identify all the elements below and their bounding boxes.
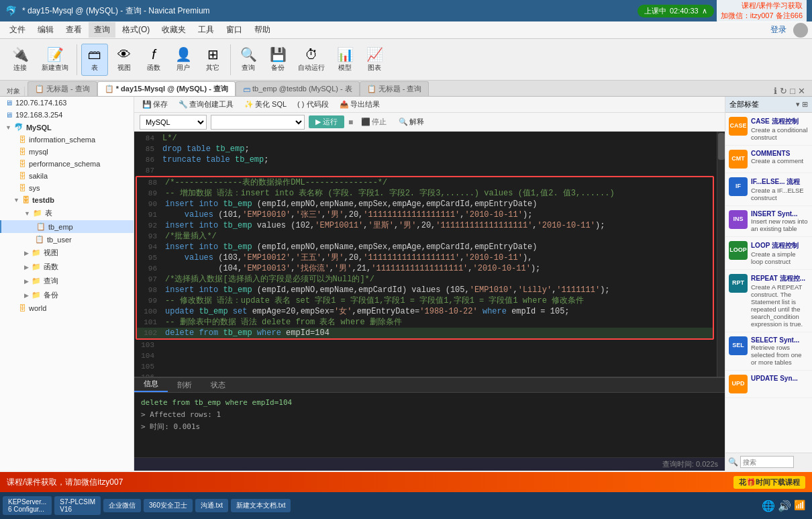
user-avatar[interactable] (793, 23, 808, 38)
menu-view[interactable]: 查看 (60, 22, 87, 38)
refresh-icon[interactable]: ↻ (780, 86, 787, 96)
bottom-tab-profiling[interactable]: 剖析 (168, 378, 201, 392)
scroll-handle[interactable] (718, 133, 725, 160)
tool-schedule[interactable]: ⏱ 自动运行 (294, 44, 329, 75)
sidebar: 🖥 120.76.174.163 🖥 192.168.3.254 ▼ 🐬 MyS… (0, 97, 134, 471)
bottom-tab-status[interactable]: 状态 (201, 378, 235, 392)
menu-edit[interactable]: 编辑 (32, 22, 59, 38)
menu-favorites[interactable]: 收藏夹 (156, 22, 191, 38)
tool-table[interactable]: 🗃 表 (81, 44, 108, 76)
task-btn-chat[interactable]: 沟通.txt (195, 499, 228, 512)
tool-other[interactable]: ⊞ 其它 (199, 44, 226, 75)
tab-untitled1[interactable]: 📋 无标题 - 查询 (28, 81, 97, 96)
tool-user[interactable]: 👤 用户 (170, 44, 197, 75)
sidebar-item-functions[interactable]: ▶ 📁 函数 (0, 260, 134, 274)
db-icon: 🐬 (14, 123, 23, 132)
code-editor[interactable]: 84 L*/ 85 drop table tb_emp; 86 truncate… (134, 132, 725, 377)
tab-untitled2[interactable]: 📋 无标题 - 查询 (360, 81, 429, 96)
sidebar-item-tb-user[interactable]: 📋 tb_user (0, 233, 134, 246)
right-panel-item-repeat[interactable]: RPT REPEAT 流程控... Create A REPEAT constr… (725, 270, 812, 332)
db-selector[interactable]: MySQL (140, 115, 207, 130)
save-button[interactable]: 💾 保存 (140, 99, 170, 110)
menu-tools[interactable]: 工具 (193, 22, 219, 38)
right-search-input[interactable] (740, 456, 794, 468)
info-icon[interactable]: ℹ (774, 86, 777, 96)
explain-button[interactable]: 🔍 解释 (395, 115, 428, 128)
stop-button[interactable]: ⬛ 停止 (357, 115, 391, 128)
panel-dropdown-icon[interactable]: ▾ (796, 100, 800, 109)
tool-new-query[interactable]: 📝 新建查询 (38, 44, 72, 75)
caret-down-icon2: ▼ (13, 197, 19, 203)
query-builder-button[interactable]: 🔧 查询创建工具 (176, 99, 236, 110)
tool-view[interactable]: 👁 视图 (111, 44, 138, 75)
sidebar-item-sys[interactable]: 🗄 sys (0, 182, 134, 194)
sidebar-item-backups[interactable]: ▶ 📁 备份 (0, 288, 134, 302)
sidebar-item-perf-schema[interactable]: 🗄 performance_schema (0, 158, 134, 170)
right-panel-item-update[interactable]: UPD UPDATE Syn... (725, 371, 812, 398)
tool-function[interactable]: f 函数 (140, 44, 167, 75)
right-panel-item-case[interactable]: CASE CASE 流程控制 Create a conditional cons… (725, 113, 812, 146)
beautify-icon: ✨ (244, 100, 254, 109)
sidebar-item-server2[interactable]: 🖥 192.168.3.254 (0, 109, 134, 121)
task-btn-wechat[interactable]: 企业微信 (103, 499, 141, 512)
menu-file[interactable]: 文件 (4, 22, 31, 38)
db-icon2: 🗄 (22, 196, 30, 204)
menu-query[interactable]: 查询 (89, 22, 115, 38)
sidebar-item-world[interactable]: 🗄 world (0, 302, 134, 314)
task-btn-txt[interactable]: 新建文本文档.txt (231, 499, 291, 512)
app-icon: 🐬 (5, 5, 17, 16)
snippet-button[interactable]: ( ) 代码段 (295, 99, 331, 110)
code-line-88: 88 /*--------------表的数据操作DML------------… (137, 177, 713, 188)
run-button[interactable]: ▶ 运行 (309, 115, 344, 128)
expand-icon[interactable]: □ (790, 86, 795, 96)
tool-connect[interactable]: 🔌 连接 (5, 44, 35, 75)
menu-help[interactable]: 帮助 (249, 22, 276, 38)
tool-backup[interactable]: 💾 备份 (264, 44, 291, 75)
beautify-button[interactable]: ✨ 美化 SQL (242, 99, 289, 110)
sidebar-item-server1[interactable]: 🖥 120.76.174.163 (0, 97, 134, 109)
task-btn-s7[interactable]: S7-PLCSIMV16 (54, 496, 101, 515)
code-line-106: 106 (134, 372, 715, 377)
loop-title: LOOP 流程控制 (751, 241, 809, 250)
sidebar-item-tb-emp[interactable]: 📋 tb_emp (0, 220, 134, 233)
tab-table[interactable]: 🗃 tb_emp @testdb (MySQL) - 表 (236, 81, 360, 96)
ifelse-title: IF...ELSE... 流程 (751, 177, 809, 187)
sidebar-item-mysql-db[interactable]: 🗄 mysql (0, 146, 134, 158)
taskbar-icon2[interactable]: 🔊 (778, 500, 791, 512)
tool-chart[interactable]: 📈 图表 (361, 44, 388, 75)
sidebar-item-sakila[interactable]: 🗄 sakila (0, 170, 134, 182)
panel-expand-icon[interactable]: ⊞ (802, 100, 808, 109)
right-panel-item-insert[interactable]: INS INSERT Synt... Insert new rows into … (725, 206, 812, 237)
notification-right[interactable]: 花🎁时间下载课程 (733, 476, 805, 489)
close-icon[interactable]: ✕ (798, 86, 805, 96)
right-panel-item-loop[interactable]: LOOP LOOP 流程控制 Create a simple loop cons… (725, 237, 812, 270)
bottom-tab-info[interactable]: 信息 (134, 377, 168, 392)
sidebar-item-queries[interactable]: ▶ 📁 查询 (0, 274, 134, 288)
sidebar-item-info-schema[interactable]: 🗄 information_schema (0, 134, 134, 146)
timer-display: 上课中 02:40:33 ∧ (638, 5, 714, 17)
task-btn-kep[interactable]: KEPServer...6 Configur... (3, 496, 52, 515)
sidebar-item-tables-folder[interactable]: ▼ 📁 表 (0, 206, 134, 220)
menu-format[interactable]: 格式(O) (117, 22, 155, 38)
sidebar-item-views[interactable]: ▶ 📁 视图 (0, 246, 134, 260)
task-btn-360[interactable]: 360安全卫士 (144, 499, 193, 512)
tool-search[interactable]: 🔍 查询 (235, 44, 262, 75)
menu-window[interactable]: 窗口 (221, 22, 248, 38)
login-button[interactable]: 登录 (765, 23, 792, 37)
sidebar-item-mysql[interactable]: ▼ 🐬 MySQL (0, 121, 134, 134)
timer-chevron[interactable]: ∧ (702, 7, 707, 15)
taskbar-icon1[interactable]: 🌐 (762, 500, 775, 512)
table-selector[interactable] (211, 115, 305, 130)
main-toolbar: 🔌 连接 📝 新建查询 🗃 表 👁 视图 f 函数 👤 用户 ⊞ 其它 (0, 39, 812, 81)
export-button[interactable]: 📤 导出结果 (337, 99, 383, 110)
right-panel-item-ifelse[interactable]: IF IF...ELSE... 流程 Create a IF...ELSE co… (725, 173, 812, 206)
caret-down-icon: ▼ (5, 124, 11, 131)
code-line-103: 103 (134, 340, 715, 350)
right-panel-item-select[interactable]: SEL SELECT Synt... Retrieve rows selecte… (725, 332, 812, 371)
sidebar-item-testdb[interactable]: ▼ 🗄 testdb (0, 194, 134, 206)
tool-model[interactable]: 📊 模型 (332, 44, 358, 75)
right-panel-item-comments[interactable]: CMT COMMENTS Create a comment (725, 146, 812, 173)
panel-title: 全部标签 (729, 99, 759, 109)
tab-active-query[interactable]: 📋 * day15-Mysql @ (MySQL) - 查询 (97, 81, 236, 96)
network-icon[interactable]: 📶 (794, 500, 805, 512)
